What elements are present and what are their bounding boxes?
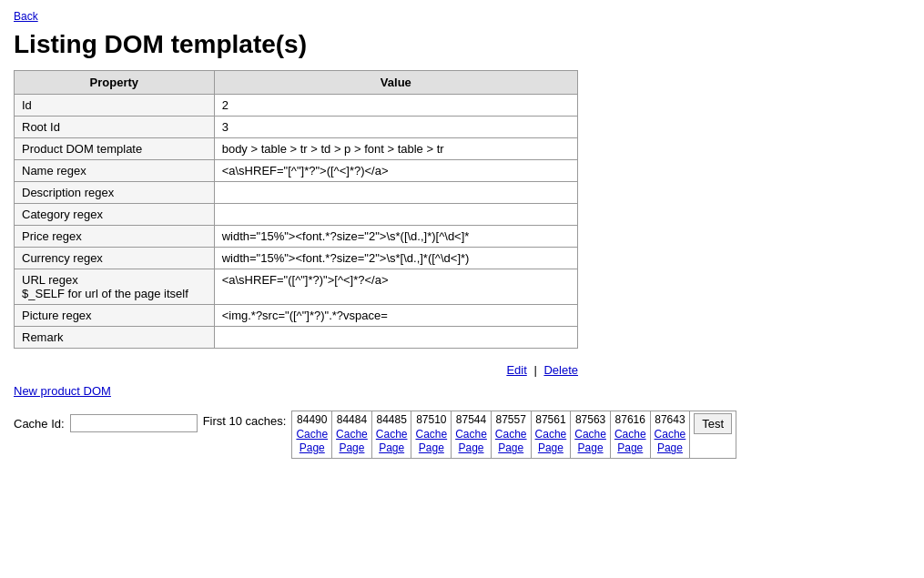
cache-item: 87561CachePage bbox=[531, 411, 571, 459]
table-row: Remark bbox=[15, 327, 578, 349]
page-link[interactable]: Page bbox=[535, 441, 567, 456]
cache-id-number: 87510 bbox=[415, 413, 447, 428]
cache-link[interactable]: Cache bbox=[495, 428, 527, 442]
actions-row: Edit | Delete bbox=[14, 360, 578, 380]
table-row: Id2 bbox=[15, 95, 578, 117]
cache-id-number: 87561 bbox=[535, 413, 567, 428]
cache-item: 87557CachePage bbox=[491, 411, 531, 459]
cache-link[interactable]: Cache bbox=[655, 428, 686, 442]
table-value-cell: <a\sHREF="[^"]*?">([^<]*?)</a> bbox=[214, 160, 577, 182]
table-property-cell: Product DOM template bbox=[15, 138, 215, 160]
cache-item: 84490CachePage bbox=[292, 411, 332, 459]
back-link[interactable]: Back bbox=[14, 10, 38, 23]
cache-id-number: 87557 bbox=[495, 413, 527, 428]
actions-separator: | bbox=[533, 363, 536, 377]
col-property-header: Property bbox=[15, 71, 215, 95]
table-value-cell: width="15%"><font.*?size="2">\s*([\d.,]*… bbox=[214, 226, 577, 248]
table-row: Product DOM templatebody > table > tr > … bbox=[15, 138, 578, 160]
table-value-cell: 2 bbox=[214, 95, 577, 117]
cache-id-number: 87563 bbox=[574, 413, 606, 428]
cache-id-number: 84490 bbox=[296, 413, 328, 428]
table-property-cell: Id bbox=[15, 95, 215, 117]
cache-id-label-area: Cache Id: bbox=[14, 411, 198, 432]
page-link[interactable]: Page bbox=[495, 441, 527, 456]
table-row: Category regex bbox=[15, 204, 578, 226]
cache-id-number: 84485 bbox=[376, 413, 408, 428]
cache-link[interactable]: Cache bbox=[574, 428, 606, 442]
table-row: Description regex bbox=[15, 182, 578, 204]
cache-section: Cache Id: First 10 caches: 84490CachePag… bbox=[14, 411, 910, 459]
cache-id-label: Cache Id: bbox=[14, 417, 65, 431]
cache-link[interactable]: Cache bbox=[296, 428, 328, 442]
page-link[interactable]: Page bbox=[455, 441, 487, 456]
cache-item: 87643CachePage bbox=[650, 411, 690, 459]
page-link[interactable]: Page bbox=[655, 441, 686, 456]
table-property-cell: Remark bbox=[15, 327, 215, 349]
table-property-cell: Description regex bbox=[15, 182, 215, 204]
table-value-cell: body > table > tr > td > p > font > tabl… bbox=[214, 138, 577, 160]
page-link[interactable]: Page bbox=[296, 441, 328, 456]
cache-items-table: 84490CachePage84484CachePage84485CachePa… bbox=[291, 411, 736, 459]
test-button-cell: Test bbox=[690, 411, 736, 459]
cache-item: 87616CachePage bbox=[610, 411, 650, 459]
cache-link[interactable]: Cache bbox=[535, 428, 567, 442]
page-title: Listing DOM template(s) bbox=[14, 30, 910, 59]
delete-link[interactable]: Delete bbox=[543, 363, 578, 377]
cache-link[interactable]: Cache bbox=[336, 428, 368, 442]
table-property-cell: Name regex bbox=[15, 160, 215, 182]
page-link[interactable]: Page bbox=[336, 441, 368, 456]
table-row: Currency regexwidth="15%"><font.*?size="… bbox=[15, 248, 578, 269]
cache-id-number: 87616 bbox=[614, 413, 646, 428]
test-button[interactable]: Test bbox=[694, 413, 732, 434]
cache-link[interactable]: Cache bbox=[455, 428, 487, 442]
table-property-cell: Category regex bbox=[15, 204, 215, 226]
table-property-cell: Root Id bbox=[15, 117, 215, 138]
cache-item: 87510CachePage bbox=[411, 411, 452, 459]
table-value-cell bbox=[214, 327, 577, 349]
cache-item: 87563CachePage bbox=[571, 411, 611, 459]
table-value-cell: width="15%"><font.*?size="2">\s*[\d.,]*(… bbox=[214, 248, 577, 269]
table-row: Name regex<a\sHREF="[^"]*?">([^<]*?)</a> bbox=[15, 160, 578, 182]
page-link[interactable]: Page bbox=[574, 441, 606, 456]
table-row: Picture regex<img.*?src="([^"]*?)".*?vsp… bbox=[15, 305, 578, 327]
page-link[interactable]: Page bbox=[376, 441, 408, 456]
table-value-cell: 3 bbox=[214, 117, 577, 138]
cache-id-number: 84484 bbox=[336, 413, 368, 428]
cache-id-number: 87643 bbox=[655, 413, 686, 428]
table-property-cell: URL regex$_SELF for url of the page itse… bbox=[15, 269, 215, 305]
table-value-cell: <img.*?src="([^"]*?)".*?vspace= bbox=[214, 305, 577, 327]
table-row: URL regex$_SELF for url of the page itse… bbox=[15, 269, 578, 305]
table-value-cell bbox=[214, 182, 577, 204]
cache-item: 87544CachePage bbox=[452, 411, 492, 459]
col-value-header: Value bbox=[214, 71, 577, 95]
table-value-cell bbox=[214, 204, 577, 226]
table-property-cell: Currency regex bbox=[15, 248, 215, 269]
cache-link[interactable]: Cache bbox=[376, 428, 408, 442]
cache-link[interactable]: Cache bbox=[614, 428, 646, 442]
table-row: Root Id3 bbox=[15, 117, 578, 138]
table-row: Price regexwidth="15%"><font.*?size="2">… bbox=[15, 226, 578, 248]
first-10-label: First 10 caches: bbox=[203, 411, 287, 428]
edit-link[interactable]: Edit bbox=[506, 363, 526, 377]
dom-template-table: Property Value Id2Root Id3Product DOM te… bbox=[14, 70, 578, 349]
cache-id-input[interactable] bbox=[70, 414, 198, 432]
cache-link[interactable]: Cache bbox=[415, 428, 447, 442]
cache-item: 84484CachePage bbox=[332, 411, 372, 459]
new-product-dom-link[interactable]: New product DOM bbox=[14, 384, 111, 398]
cache-id-number: 87544 bbox=[455, 413, 487, 428]
cache-item: 84485CachePage bbox=[371, 411, 411, 459]
table-property-cell: Picture regex bbox=[15, 305, 215, 327]
page-link[interactable]: Page bbox=[415, 441, 447, 456]
page-link[interactable]: Page bbox=[614, 441, 646, 456]
table-property-cell: Price regex bbox=[15, 226, 215, 248]
table-value-cell: <a\sHREF="([^"]*?)">[^<]*?</a> bbox=[214, 269, 577, 305]
